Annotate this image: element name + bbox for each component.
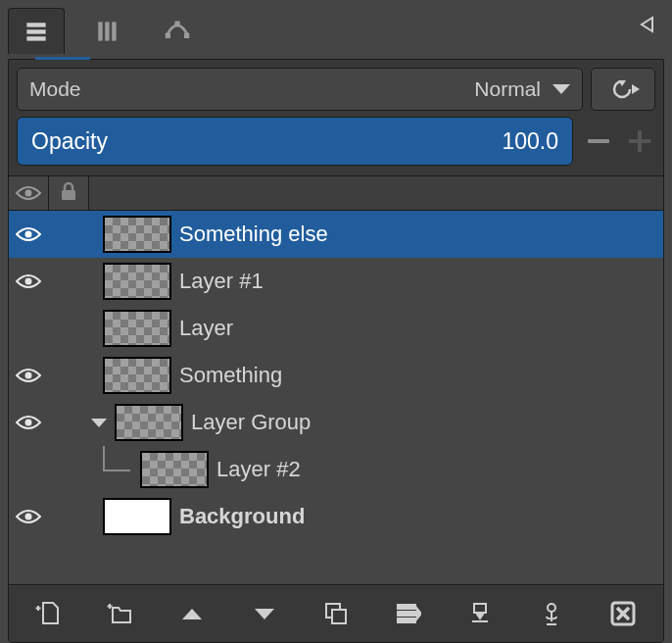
lock-toggle[interactable] (48, 493, 87, 540)
layer-row[interactable]: Layer (9, 305, 663, 352)
layer-content: Background (87, 493, 663, 540)
svg-point-17 (25, 420, 32, 426)
svg-rect-8 (174, 22, 179, 26)
layer-name[interactable]: Something else (179, 222, 328, 247)
layers-toolbar (9, 584, 663, 642)
layer-thumbnail (140, 451, 209, 488)
layer-name[interactable]: Layer Group (191, 410, 311, 435)
layer-name[interactable]: Layer #1 (179, 269, 264, 294)
layer-row[interactable]: Layer Group (9, 399, 663, 446)
panel-tab-bar (8, 8, 664, 59)
layer-name[interactable]: Background (179, 504, 305, 529)
opacity-slider[interactable]: Opacity 100.0 (17, 117, 573, 166)
svg-rect-20 (332, 610, 346, 623)
header-lock-column[interactable] (49, 176, 89, 210)
layer-name[interactable]: Something (179, 363, 282, 388)
visibility-toggle[interactable] (9, 399, 48, 446)
switch-layer-mode-button[interactable] (591, 68, 655, 111)
raise-layer-button[interactable] (168, 590, 216, 637)
layer-row[interactable]: Layer #1 (9, 258, 663, 305)
tab-channels[interactable] (78, 8, 135, 54)
lower-layer-button[interactable] (241, 590, 288, 637)
svg-rect-23 (398, 618, 415, 622)
svg-rect-2 (26, 36, 45, 40)
duplicate-icon (322, 600, 350, 627)
opacity-label: Opacity (31, 128, 108, 155)
visibility-toggle[interactable] (9, 258, 48, 305)
eye-icon (16, 415, 41, 430)
visibility-toggle[interactable] (9, 446, 48, 493)
layer-row[interactable]: Something else (9, 211, 663, 258)
layer-content: Layer Group (87, 399, 663, 446)
eye-icon (16, 368, 41, 383)
layer-name[interactable]: Layer (179, 316, 233, 341)
layer-thumbnail (103, 310, 171, 347)
layer-content: Layer #2 (87, 446, 663, 493)
mask-icon (538, 600, 565, 627)
lock-toggle[interactable] (48, 399, 87, 446)
layers-panel: Mode Normal Opacity 100.0 (8, 59, 664, 643)
layer-thumbnail (103, 216, 171, 253)
mode-dropdown[interactable]: Mode Normal (17, 68, 583, 111)
panel-menu-button[interactable] (631, 8, 664, 41)
svg-rect-5 (112, 22, 116, 40)
lock-toggle[interactable] (48, 258, 87, 305)
minus-icon (588, 139, 609, 143)
layer-thumbnail (103, 357, 171, 394)
layer-list-header (9, 175, 663, 211)
plus-icon (629, 130, 650, 152)
lock-toggle[interactable] (48, 211, 87, 258)
eye-icon (16, 226, 41, 242)
svg-point-12 (25, 190, 32, 197)
new-group-icon (107, 600, 134, 627)
layer-row[interactable]: Something (9, 352, 663, 399)
eye-icon (16, 185, 41, 201)
svg-marker-9 (642, 18, 652, 31)
new-layer-button[interactable] (25, 590, 72, 637)
svg-rect-13 (62, 190, 75, 200)
visibility-toggle[interactable] (9, 352, 48, 399)
header-visibility-column[interactable] (9, 176, 49, 210)
lock-icon (59, 180, 78, 206)
layer-content: Layer #1 (87, 258, 663, 305)
add-mask-button[interactable] (528, 590, 575, 637)
svg-rect-25 (474, 604, 486, 613)
mode-label: Mode (29, 77, 81, 101)
layer-name[interactable]: Layer #2 (216, 457, 301, 482)
svg-marker-26 (476, 613, 484, 618)
paths-icon (164, 18, 191, 45)
lock-toggle[interactable] (48, 446, 87, 493)
tab-paths[interactable] (149, 8, 206, 54)
layer-list: Something elseLayer #1LayerSomethingLaye… (9, 211, 663, 584)
new-layer-icon (35, 600, 63, 627)
layer-row[interactable]: Background (9, 493, 663, 540)
svg-marker-24 (417, 609, 421, 618)
visibility-toggle[interactable] (9, 493, 48, 540)
opacity-value: 100.0 (502, 128, 558, 155)
visibility-toggle[interactable] (9, 211, 48, 258)
group-expander[interactable] (87, 411, 111, 434)
channels-icon (93, 18, 120, 45)
layer-row[interactable]: Layer #2 (9, 446, 663, 493)
layer-content: Something else (87, 211, 663, 258)
visibility-toggle[interactable] (9, 305, 48, 352)
opacity-increase-button[interactable] (624, 118, 655, 165)
svg-rect-3 (98, 22, 102, 40)
tree-connector (93, 446, 132, 493)
opacity-decrease-button[interactable] (583, 118, 614, 165)
lock-toggle[interactable] (48, 352, 87, 399)
anchor-icon (466, 600, 494, 627)
header-name-column (89, 176, 663, 210)
merge-down-button[interactable] (384, 590, 431, 637)
lock-toggle[interactable] (48, 305, 87, 352)
delete-layer-button[interactable] (600, 590, 647, 637)
svg-point-15 (25, 278, 32, 285)
duplicate-layer-button[interactable] (312, 590, 360, 637)
tab-layers[interactable] (8, 8, 65, 54)
new-group-button[interactable] (97, 590, 144, 637)
anchor-layer-button[interactable] (456, 590, 504, 637)
chevron-up-icon (182, 609, 202, 619)
svg-marker-10 (618, 80, 626, 86)
svg-rect-21 (398, 605, 415, 609)
layer-thumbnail (103, 498, 171, 535)
